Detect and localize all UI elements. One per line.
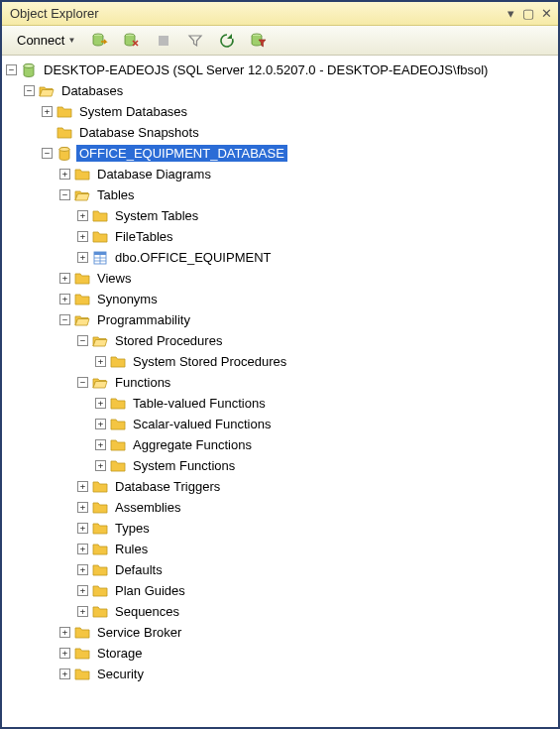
oed-label: OFFICE_EQUIPMENT_DATABASE	[76, 145, 287, 162]
folder-icon	[74, 292, 90, 307]
refresh-button[interactable]	[213, 29, 241, 53]
maximize-icon[interactable]: ▢	[520, 6, 536, 22]
filter-icon	[186, 32, 204, 50]
folder-open-icon	[74, 187, 90, 203]
collapse-icon[interactable]: −	[59, 314, 70, 325]
expand-icon[interactable]: +	[59, 627, 70, 638]
folder-icon	[110, 458, 126, 474]
server-node[interactable]: − DESKTOP-EADEOJS (SQL Server 12.0.5207.…	[6, 60, 558, 80]
collapse-icon[interactable]: −	[42, 148, 53, 159]
expand-icon[interactable]: +	[77, 252, 88, 263]
collapse-icon[interactable]: −	[77, 335, 88, 346]
sys-sp-label: System Stored Procedures	[130, 353, 289, 370]
views-node[interactable]: + Views	[59, 268, 558, 289]
diagrams-node[interactable]: + Database Diagrams	[59, 164, 558, 184]
sysdb-label: System Databases	[76, 103, 190, 120]
expand-icon[interactable]: +	[95, 356, 106, 367]
close-icon[interactable]: ✕	[538, 6, 554, 22]
types-node[interactable]: + Types	[77, 518, 558, 539]
database-icon	[56, 146, 72, 162]
expand-icon[interactable]: +	[59, 169, 70, 180]
rules-label: Rules	[112, 541, 151, 557]
folder-icon	[92, 542, 108, 557]
security-node[interactable]: + Security	[59, 664, 558, 684]
rules-node[interactable]: + Rules	[77, 539, 558, 559]
expand-icon[interactable]: +	[77, 544, 88, 554]
expand-icon[interactable]: +	[95, 439, 106, 450]
folder-icon	[110, 417, 126, 432]
planguides-node[interactable]: + Plan Guides	[77, 580, 558, 601]
defaults-node[interactable]: + Defaults	[77, 559, 558, 580]
expand-icon[interactable]: +	[59, 273, 70, 284]
expand-icon[interactable]: +	[77, 585, 88, 596]
sysfn-label: System Functions	[130, 457, 238, 474]
tree-view[interactable]: − DESKTOP-EADEOJS (SQL Server 12.0.5207.…	[2, 56, 558, 727]
expand-icon[interactable]: +	[59, 648, 70, 659]
triggers-node[interactable]: + Database Triggers	[77, 476, 558, 497]
storage-node[interactable]: + Storage	[59, 643, 558, 664]
sequences-node[interactable]: + Sequences	[77, 601, 558, 622]
expand-icon[interactable]: +	[77, 481, 88, 492]
system-databases-node[interactable]: + System Databases	[42, 101, 558, 122]
expand-icon[interactable]: +	[95, 460, 106, 471]
stop-button[interactable]	[150, 29, 177, 53]
collapse-icon[interactable]: −	[59, 189, 70, 200]
programmability-node[interactable]: − Programmability	[59, 309, 558, 330]
databases-node[interactable]: − Databases	[24, 80, 558, 101]
connect-db-button[interactable]	[86, 29, 114, 53]
assemblies-node[interactable]: + Assemblies	[77, 497, 558, 518]
expand-icon[interactable]: +	[95, 419, 106, 429]
svf-node[interactable]: + Scalar-valued Functions	[95, 414, 558, 434]
filter-button[interactable]	[181, 29, 209, 53]
folder-open-icon	[92, 333, 108, 349]
expand-icon[interactable]: +	[77, 231, 88, 242]
expand-icon[interactable]: +	[95, 398, 106, 409]
systables-node[interactable]: + System Tables	[77, 205, 558, 226]
fn-label: Functions	[112, 374, 173, 391]
folder-icon	[92, 604, 108, 620]
db-filter-button[interactable]	[245, 29, 273, 53]
agg-fn-node[interactable]: + Aggregate Functions	[95, 434, 558, 455]
diagrams-label: Database Diagrams	[94, 166, 214, 182]
expand-icon[interactable]: +	[42, 106, 53, 117]
disconnect-db-button[interactable]	[118, 29, 146, 53]
tvf-node[interactable]: + Table-valued Functions	[95, 393, 558, 414]
dropdown-icon[interactable]: ▾	[503, 6, 518, 22]
expand-icon[interactable]: +	[59, 294, 70, 304]
service-broker-node[interactable]: + Service Broker	[59, 622, 558, 643]
sys-fn-node[interactable]: + System Functions	[95, 455, 558, 476]
expand-icon[interactable]: +	[77, 606, 88, 617]
collapse-icon[interactable]: −	[6, 64, 17, 75]
expand-icon[interactable]: +	[77, 502, 88, 513]
expand-icon[interactable]: +	[77, 523, 88, 534]
no-expander	[42, 127, 53, 138]
prog-label: Programmability	[94, 311, 193, 328]
sp-label: Stored Procedures	[112, 332, 225, 349]
table-icon	[92, 250, 108, 266]
folder-icon	[110, 354, 126, 370]
oed-db-node[interactable]: − OFFICE_EQUIPMENT_DATABASE	[42, 143, 558, 164]
collapse-icon[interactable]: −	[77, 377, 88, 388]
folder-icon	[74, 167, 90, 182]
sys-sp-node[interactable]: + System Stored Procedures	[95, 351, 558, 372]
defaults-label: Defaults	[112, 561, 166, 578]
assemblies-label: Assemblies	[112, 499, 183, 516]
expand-icon[interactable]: +	[77, 564, 88, 575]
snapshots-node[interactable]: Database Snapshots	[42, 122, 558, 143]
expand-icon[interactable]: +	[59, 668, 70, 679]
functions-node[interactable]: − Functions	[77, 372, 558, 393]
expand-icon[interactable]: +	[77, 210, 88, 221]
folder-icon	[56, 125, 72, 141]
tables-node[interactable]: − Tables	[59, 184, 558, 205]
security-label: Security	[94, 666, 147, 682]
types-label: Types	[112, 520, 153, 537]
synonyms-node[interactable]: + Synonyms	[59, 289, 558, 309]
dbo-oe-table-node[interactable]: + dbo.OFFICE_EQUIPMENT	[77, 247, 558, 268]
connect-button[interactable]: Connect ▼	[8, 29, 82, 53]
filetables-node[interactable]: + FileTables	[77, 226, 558, 247]
folder-icon	[92, 583, 108, 599]
collapse-icon[interactable]: −	[24, 85, 35, 96]
stored-procedures-node[interactable]: − Stored Procedures	[77, 330, 558, 351]
folder-icon	[74, 667, 90, 682]
server-label: DESKTOP-EADEOJS (SQL Server 12.0.5207.0 …	[41, 61, 491, 78]
